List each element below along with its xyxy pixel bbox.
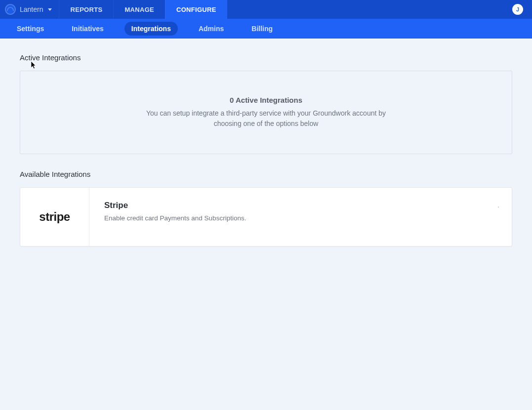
more-options-icon[interactable]: · xyxy=(497,203,500,210)
active-integrations-title: Active Integrations xyxy=(20,53,512,62)
subnav-billing[interactable]: Billing xyxy=(245,22,280,36)
active-empty-title: 0 Active Integrations xyxy=(30,96,502,104)
brand-name: Lantern xyxy=(20,5,43,13)
brand-dropdown[interactable]: Lantern xyxy=(0,0,59,19)
subnav-integrations[interactable]: Integrations xyxy=(124,22,178,36)
integration-name: Stripe xyxy=(104,201,497,210)
chevron-down-icon xyxy=(48,8,52,11)
integration-card-stripe[interactable]: stripe Stripe Enable credit card Payment… xyxy=(20,187,512,246)
top-nav: Lantern REPORTS MANAGE CONFIGURE J xyxy=(0,0,532,19)
integration-description: Enable credit card Payments and Subscrip… xyxy=(104,214,497,222)
stripe-logo-text: stripe xyxy=(39,210,70,224)
integration-body: Stripe Enable credit card Payments and S… xyxy=(89,188,512,246)
top-tab-reports[interactable]: REPORTS xyxy=(59,0,113,19)
top-tab-configure[interactable]: CONFIGURE xyxy=(165,0,227,19)
active-empty-text: You can setup integrate a third-party se… xyxy=(138,108,395,129)
available-integrations-title: Available Integrations xyxy=(20,170,512,178)
active-integrations-panel: 0 Active Integrations You can setup inte… xyxy=(20,71,512,154)
subnav-settings[interactable]: Settings xyxy=(10,22,51,36)
subnav-initiatives[interactable]: Initiatives xyxy=(65,22,111,36)
brand-icon xyxy=(5,4,16,15)
subnav-admins[interactable]: Admins xyxy=(192,22,231,36)
sub-nav: Settings Initiatives Integrations Admins… xyxy=(0,19,532,39)
top-tab-manage[interactable]: MANAGE xyxy=(113,0,165,19)
integration-logo: stripe xyxy=(20,188,89,246)
top-nav-tabs: REPORTS MANAGE CONFIGURE xyxy=(59,0,227,19)
user-avatar[interactable]: J xyxy=(512,4,523,15)
page-content: Active Integrations 0 Active Integration… xyxy=(0,39,532,261)
